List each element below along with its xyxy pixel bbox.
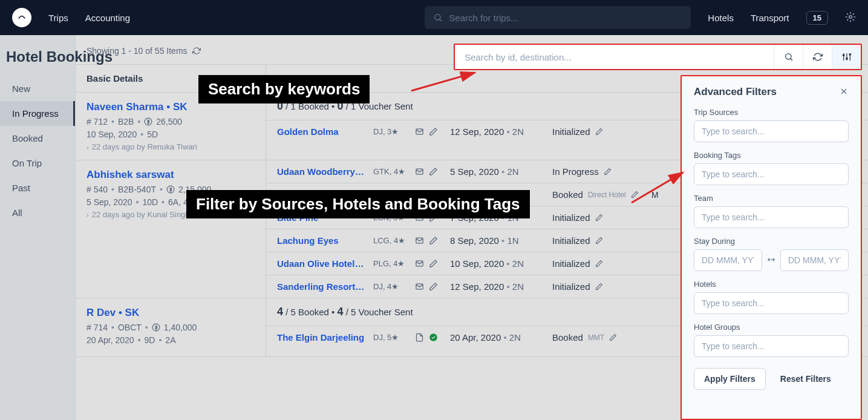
booking-tags-input[interactable] bbox=[694, 163, 849, 185]
annotation-search: Search by keywords bbox=[198, 75, 370, 103]
sidebar-item-in-progress[interactable]: In Progress bbox=[0, 101, 75, 126]
hotel-name[interactable]: Lachung Eyes bbox=[277, 235, 365, 246]
guest-name[interactable]: Abhishek sarswat bbox=[86, 169, 255, 181]
booking-date: 12 Sep, 2020 • 2N bbox=[450, 281, 544, 292]
page-title: Hotel Bookings bbox=[6, 48, 113, 65]
close-icon bbox=[839, 87, 849, 96]
booking-tags-label: Booking Tags bbox=[694, 151, 849, 160]
edit-icon[interactable] bbox=[429, 127, 438, 136]
hotel-name[interactable]: Golden Dolma bbox=[277, 126, 365, 137]
search-icon bbox=[433, 13, 443, 22]
edit-icon[interactable] bbox=[595, 283, 603, 290]
filters-title: Advanced Filters bbox=[694, 86, 777, 98]
hotels-input[interactable] bbox=[694, 292, 849, 314]
annotation-arrow bbox=[411, 73, 484, 99]
edit-icon[interactable] bbox=[604, 168, 612, 176]
mail-icon[interactable] bbox=[415, 127, 424, 136]
document-icon[interactable] bbox=[415, 333, 424, 342]
edit-icon[interactable] bbox=[429, 282, 438, 291]
edit-icon[interactable] bbox=[429, 259, 438, 268]
svg-point-0 bbox=[16, 12, 27, 23]
sidebar-item-on-trip[interactable]: On Trip bbox=[0, 151, 75, 176]
hotel-name[interactable]: Udaan Woodberry ... bbox=[277, 166, 365, 177]
booking-date: 8 Sep, 2020 • 1N bbox=[450, 235, 544, 246]
status-sidebar: New In Progress Booked On Trip Past All bbox=[0, 35, 76, 420]
swap-dates-icon[interactable] bbox=[767, 255, 775, 266]
trip-sources-input[interactable] bbox=[694, 120, 849, 142]
svg-line-2 bbox=[440, 19, 442, 21]
mail-icon[interactable] bbox=[415, 282, 424, 291]
hotel-name[interactable]: The Elgin Darjeeling bbox=[277, 332, 365, 343]
global-search[interactable] bbox=[425, 6, 691, 29]
stay-during-label: Stay During bbox=[694, 237, 849, 246]
apply-filters-button[interactable]: Apply Filters bbox=[694, 368, 766, 390]
app-logo[interactable] bbox=[12, 8, 31, 27]
advanced-filters-panel: Advanced Filters Trip Sources Booking Ta… bbox=[680, 75, 862, 420]
gear-icon bbox=[845, 11, 856, 22]
mail-icon[interactable] bbox=[415, 259, 424, 268]
check-circle-icon bbox=[429, 333, 438, 342]
sliders-icon bbox=[842, 52, 852, 62]
search-input[interactable] bbox=[455, 52, 774, 62]
edit-icon[interactable] bbox=[595, 237, 603, 244]
mail-icon[interactable] bbox=[415, 167, 424, 176]
search-panel bbox=[454, 44, 862, 70]
refresh-icon[interactable] bbox=[192, 47, 201, 55]
hotel-groups-input[interactable] bbox=[694, 335, 849, 357]
svg-line-25 bbox=[411, 73, 475, 91]
booking-status: Booked Direct Hotel bbox=[552, 189, 643, 200]
hotel-meta: DJ, 3★ bbox=[373, 127, 406, 136]
hotels-label: Hotels bbox=[694, 280, 849, 289]
team-label: Team bbox=[694, 194, 849, 203]
hotel-meta: DJ, 4★ bbox=[373, 282, 406, 291]
global-search-input[interactable] bbox=[449, 13, 682, 23]
edit-icon[interactable] bbox=[595, 260, 603, 267]
booking-date: 20 Apr, 2020 • 2N bbox=[450, 332, 544, 343]
sidebar-item-booked[interactable]: Booked bbox=[0, 126, 75, 151]
booking-date: 5 Sep, 2020 • 2N bbox=[450, 166, 544, 177]
svg-point-15 bbox=[785, 54, 791, 59]
nav-trips[interactable]: Trips bbox=[48, 13, 68, 23]
sidebar-item-past[interactable]: Past bbox=[0, 176, 75, 200]
nav-accounting[interactable]: Accounting bbox=[85, 13, 130, 23]
search-icon bbox=[784, 52, 794, 62]
svg-point-20 bbox=[843, 54, 844, 56]
close-filters-button[interactable] bbox=[839, 87, 849, 98]
trip-sources-label: Trip Sources bbox=[694, 108, 849, 117]
svg-point-14 bbox=[429, 333, 437, 341]
top-nav: Trips Accounting Hotels Transport 15 bbox=[0, 0, 868, 35]
basic-details-cell[interactable]: R Dev • SK# 714 • OBCT • 1,40,00020 Apr,… bbox=[76, 298, 266, 356]
mail-icon[interactable] bbox=[415, 236, 424, 245]
booking-status: Initialized bbox=[552, 126, 643, 137]
refresh-button[interactable] bbox=[803, 45, 832, 69]
hotel-meta: PLG, 4★ bbox=[373, 259, 406, 268]
filters-toggle-button[interactable] bbox=[832, 45, 861, 69]
search-submit-button[interactable] bbox=[774, 45, 803, 69]
sidebar-item-all[interactable]: All bbox=[0, 200, 75, 225]
booking-status: Initialized bbox=[552, 258, 643, 269]
svg-point-3 bbox=[849, 15, 852, 18]
edit-icon[interactable] bbox=[595, 128, 603, 136]
edit-icon[interactable] bbox=[429, 167, 438, 176]
nav-notification-badge[interactable]: 15 bbox=[806, 11, 828, 25]
basic-details-cell[interactable]: Abhishek sarswat# 540 • B2B-540T • 2,15,… bbox=[76, 160, 266, 298]
annotation-filters: Filter by Sources, Hotels and Booking Ta… bbox=[186, 190, 530, 218]
hotel-name[interactable]: Sanderling Resort ... bbox=[277, 281, 365, 292]
edit-icon[interactable] bbox=[609, 333, 617, 341]
booking-date: 12 Sep, 2020 • 2N bbox=[450, 126, 544, 137]
team-input[interactable] bbox=[694, 206, 849, 228]
svg-point-22 bbox=[849, 54, 851, 56]
settings-button[interactable] bbox=[845, 11, 856, 24]
nav-transport[interactable]: Transport bbox=[751, 13, 789, 23]
reset-filters-button[interactable]: Reset Filters bbox=[780, 374, 831, 384]
hotel-meta: DJ, 5★ bbox=[373, 333, 406, 342]
edit-icon[interactable] bbox=[595, 214, 603, 221]
hotel-name[interactable]: Udaan Olive Hotel ... bbox=[277, 258, 365, 269]
sidebar-item-new[interactable]: New bbox=[0, 76, 75, 101]
stay-to-input[interactable] bbox=[780, 249, 849, 271]
nav-hotels[interactable]: Hotels bbox=[708, 13, 734, 23]
edit-icon[interactable] bbox=[429, 236, 438, 245]
stay-from-input[interactable] bbox=[694, 249, 762, 271]
svg-line-16 bbox=[790, 59, 792, 61]
guest-name[interactable]: R Dev • SK bbox=[86, 307, 255, 319]
